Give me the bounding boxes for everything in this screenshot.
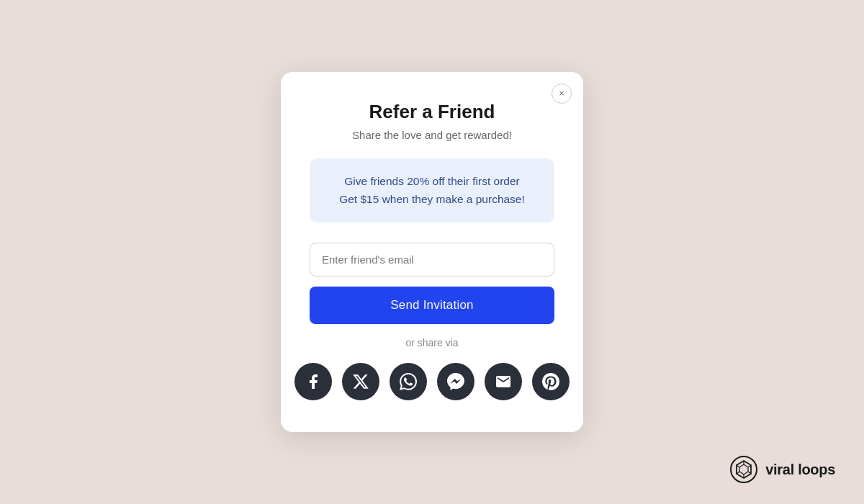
pinterest-share-button[interactable]: [532, 363, 570, 400]
whatsapp-share-button[interactable]: [390, 363, 427, 400]
brand-name: viral loops: [765, 462, 835, 478]
viral-loops-icon: [729, 455, 758, 484]
email-share-button[interactable]: [485, 363, 522, 400]
twitter-share-button[interactable]: [342, 363, 379, 400]
send-invitation-button[interactable]: Send Invitation: [310, 287, 554, 324]
svg-marker-2: [739, 464, 748, 474]
close-icon: ×: [559, 89, 564, 98]
reward-line-1: Give friends 20% off their first order: [327, 173, 537, 191]
close-button[interactable]: ×: [552, 84, 572, 104]
messenger-share-button[interactable]: [437, 363, 474, 400]
facebook-share-button[interactable]: [294, 363, 332, 400]
modal-title: Refer a Friend: [310, 101, 554, 123]
or-share-label: or share via: [310, 337, 554, 348]
reward-box: Give friends 20% off their first order G…: [310, 158, 554, 223]
modal-subtitle: Share the love and get rewarded!: [310, 129, 554, 141]
reward-line-2: Get $15 when they make a purchase!: [327, 191, 537, 209]
refer-modal: × Refer a Friend Share the love and get …: [281, 72, 583, 433]
brand-logo: viral loops: [729, 455, 835, 484]
email-input[interactable]: [310, 243, 554, 276]
social-icons-row: [310, 363, 554, 400]
